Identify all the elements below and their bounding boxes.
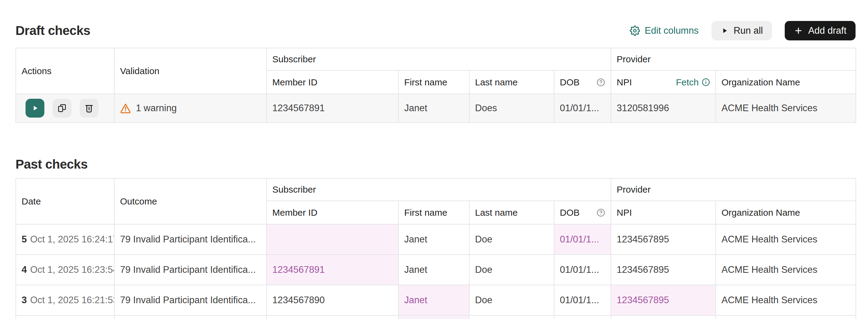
col-header-last-name: Last name (469, 70, 554, 94)
draft-check-row: 1 warning 1234567891 Janet Does 01/01/1.… (16, 94, 856, 122)
duplicate-button[interactable] (53, 99, 71, 118)
date-cell: 3Oct 1, 2025 16:21:53 (16, 285, 114, 315)
warning-icon (120, 103, 131, 114)
organization-name-cell: ACME Health Services (716, 94, 856, 122)
actions-cell (16, 94, 114, 122)
npi-label: NPI (617, 77, 632, 88)
organization-name-cell: ACME Health Services (716, 255, 856, 285)
group-header-subscriber: Subscriber (267, 48, 611, 70)
col-header-last-name: Last name (469, 201, 554, 224)
last-name-cell (469, 315, 554, 319)
delete-button[interactable] (80, 99, 98, 118)
validation-text: 1 warning (136, 103, 177, 114)
dob-cell: 01/01/1... (554, 94, 611, 122)
check-number: 5 (22, 234, 27, 245)
dob-cell: 01/01/1... (554, 255, 611, 285)
date-cell: 5Oct 1, 2025 16:24:17 (16, 224, 114, 255)
fetch-label: Fetch (676, 77, 699, 88)
outcome-cell (114, 315, 267, 319)
organization-name-cell: ACME Health Services (716, 224, 856, 255)
help-icon[interactable] (597, 209, 605, 217)
add-draft-label: Add draft (808, 25, 846, 36)
check-date: Oct 1, 2025 16:21:53 (30, 295, 114, 305)
check-date: Oct 1, 2025 16:23:54 (30, 264, 114, 275)
dob-cell (554, 315, 611, 319)
outcome-cell: 79 Invalid Participant Identifica... (114, 285, 267, 315)
draft-checks-header: Draft checks Edit columns Run all Add dr… (16, 21, 856, 40)
npi-cell (611, 315, 716, 319)
validation-cell: 1 warning (114, 94, 267, 122)
page: Draft checks Edit columns Run all Add dr… (0, 21, 868, 319)
npi-cell: 1234567895 (611, 285, 716, 315)
last-name-cell: Doe (469, 285, 554, 315)
col-header-member-id: Member ID (267, 201, 398, 224)
member-id-cell (267, 224, 398, 255)
past-checks-title: Past checks (16, 157, 856, 172)
outcome-cell: 79 Invalid Participant Identifica... (114, 224, 267, 255)
past-check-row[interactable]: 3Oct 1, 2025 16:21:53 79 Invalid Partici… (16, 285, 856, 315)
gear-icon (630, 26, 640, 36)
date-cell (16, 315, 114, 319)
check-number: 4 (22, 264, 27, 275)
col-header-date: Date (16, 178, 114, 224)
play-icon (721, 27, 728, 35)
col-header-first-name: First name (398, 70, 469, 94)
member-id-cell: 1234567890 (267, 285, 398, 315)
col-header-actions: Actions (16, 48, 114, 94)
member-id-cell (267, 315, 398, 319)
plus-icon (794, 26, 803, 35)
outcome-cell: 79 Invalid Participant Identifica... (114, 255, 267, 285)
past-checks-table: Date Outcome Subscriber Provider Member … (16, 178, 856, 319)
help-icon[interactable] (597, 78, 605, 87)
col-header-validation: Validation (114, 48, 267, 94)
dob-cell: 01/01/1... (554, 285, 611, 315)
check-number: 3 (22, 295, 27, 305)
npi-cell: 1234567895 (611, 255, 716, 285)
trash-icon (84, 103, 94, 113)
draft-checks-table: Actions Validation Subscriber Provider M… (16, 48, 856, 123)
group-header-provider: Provider (611, 178, 856, 201)
group-header-provider: Provider (611, 48, 856, 70)
check-date: Oct 1, 2025 16:24:17 (30, 234, 114, 245)
add-draft-button[interactable]: Add draft (785, 21, 856, 40)
col-header-organization-name: Organization Name (716, 201, 856, 224)
npi-cell: 3120581996 (611, 94, 716, 122)
copy-icon (57, 103, 67, 113)
member-id-cell: 1234567891 (267, 94, 398, 122)
col-header-first-name: First name (398, 201, 469, 224)
past-check-row[interactable]: 4Oct 1, 2025 16:23:54 79 Invalid Partici… (16, 255, 856, 285)
run-all-button[interactable]: Run all (711, 21, 772, 40)
date-cell: 4Oct 1, 2025 16:23:54 (16, 255, 114, 285)
organization-name-cell: ACME Health Services (716, 285, 856, 315)
first-name-cell: Janet (398, 255, 469, 285)
past-check-row[interactable]: 5Oct 1, 2025 16:24:17 79 Invalid Partici… (16, 224, 856, 255)
npi-cell: 1234567895 (611, 224, 716, 255)
col-header-npi: NPI (611, 201, 716, 224)
first-name-cell: Janet (398, 224, 469, 255)
fetch-link[interactable]: Fetch (676, 77, 710, 88)
last-name-cell: Doe (469, 255, 554, 285)
last-name-cell: Does (469, 94, 554, 122)
col-header-dob: DOB (554, 70, 611, 94)
dob-label: DOB (560, 208, 580, 218)
col-header-dob: DOB (554, 201, 611, 224)
topbar-actions: Edit columns Run all Add draft (630, 21, 856, 40)
first-name-cell (398, 315, 469, 319)
group-header-subscriber: Subscriber (267, 178, 611, 201)
draft-checks-title: Draft checks (16, 23, 90, 38)
edit-columns-label: Edit columns (645, 25, 699, 36)
run-check-button[interactable] (26, 99, 44, 118)
col-header-npi: NPI Fetch (611, 70, 716, 94)
dob-label: DOB (560, 77, 580, 88)
col-header-organization-name: Organization Name (716, 70, 856, 94)
info-icon[interactable] (702, 78, 710, 86)
dob-cell: 01/01/1... (554, 224, 611, 255)
past-check-row-partial[interactable] (16, 315, 856, 319)
col-header-member-id: Member ID (267, 70, 398, 94)
first-name-cell: Janet (398, 285, 469, 315)
col-header-outcome: Outcome (114, 178, 267, 224)
last-name-cell: Doe (469, 224, 554, 255)
edit-columns-button[interactable]: Edit columns (630, 25, 699, 36)
run-all-label: Run all (734, 25, 763, 36)
first-name-cell: Janet (398, 94, 469, 122)
